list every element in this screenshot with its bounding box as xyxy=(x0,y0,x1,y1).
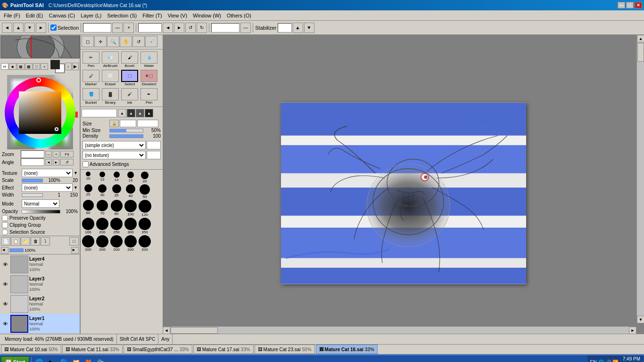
tab-mature-cat-16-active[interactable]: 🖼 Mature Cat 16.sai 33% xyxy=(316,345,378,354)
delete-layer-button[interactable]: 🗑 xyxy=(31,237,40,246)
dot-300[interactable]: 300 xyxy=(124,218,137,234)
ie-icon[interactable]: 🌐 xyxy=(33,356,45,362)
dot-14[interactable]: 14 xyxy=(110,172,123,183)
menu-layer[interactable]: Layer (L) xyxy=(78,12,104,19)
brush-normal-input[interactable]: Normal xyxy=(82,109,117,117)
ink-tool-btn[interactable]: 🖋 xyxy=(121,88,138,100)
color-square-inner[interactable] xyxy=(19,91,61,134)
tab-mature-cat-23[interactable]: 🖼 Mature Cat 23.sai 50% xyxy=(255,345,315,354)
marker-tool-btn[interactable]: 🖊 xyxy=(83,70,99,82)
menu-canvas[interactable]: Canvas (C) xyxy=(46,12,78,19)
layer-eye-2[interactable]: 👁 xyxy=(1,300,9,308)
dot-160[interactable]: 160 xyxy=(82,218,95,234)
rotation-right-button[interactable]: ► xyxy=(174,23,184,33)
menu-filter[interactable]: Filter (T) xyxy=(140,12,165,19)
size-value-input[interactable]: 500.0 xyxy=(137,120,158,127)
stabilizer-up-button[interactable]: ▲ xyxy=(293,23,303,33)
dot-extra3[interactable]: 200 xyxy=(110,235,123,252)
chrome-icon[interactable]: 🔵 xyxy=(58,356,69,362)
water-tool-btn[interactable]: 💧 xyxy=(140,51,157,64)
zoom-value-input[interactable]: 33.3% xyxy=(21,150,44,158)
nav-down-button[interactable]: ▼ xyxy=(25,23,35,33)
zoom-tool[interactable]: 🔍 xyxy=(107,36,119,47)
min-size-bar[interactable] xyxy=(109,129,143,132)
layer-scroll-right[interactable]: ► xyxy=(71,247,79,254)
nav-up-button[interactable]: ▲ xyxy=(13,23,24,33)
menu-edit[interactable]: Edit (E) xyxy=(23,12,46,19)
color-tab-h[interactable]: H xyxy=(1,63,8,70)
color-wheel-ring[interactable] xyxy=(5,77,75,148)
selection-checkbox[interactable] xyxy=(50,25,57,31)
tab-mature-cat-10[interactable]: 🖼 Mature Cat 10.sai 50% xyxy=(1,345,61,354)
layer-item-2[interactable]: 👁 Layer2 Normal 100% xyxy=(0,294,80,314)
dot-350[interactable]: 350 xyxy=(138,218,151,234)
pressure-btn-2[interactable]: ▲ xyxy=(127,109,135,117)
brush-tool-btn[interactable]: 🖌 xyxy=(121,51,138,64)
eraser-tool-btn[interactable]: ⬜ xyxy=(102,70,119,82)
angle-reset-btn[interactable]: ↺ xyxy=(60,159,74,165)
dot-200[interactable]: 200 xyxy=(96,218,109,234)
texture-brush-select[interactable]: (no texture) xyxy=(83,151,146,159)
stabilizer-input[interactable]: 3 xyxy=(278,23,292,33)
airbrush-tool-btn[interactable]: 💨 xyxy=(102,51,119,64)
stabilizer-down-button[interactable]: ▼ xyxy=(304,23,314,33)
rotation-left-button[interactable]: ◄ xyxy=(163,23,173,33)
angle-dec-btn[interactable]: ◄ xyxy=(45,159,52,165)
advanced-settings-checkbox[interactable] xyxy=(83,161,89,167)
menu-window[interactable]: Window (W) xyxy=(190,12,224,19)
eyedrop-tool[interactable]: 💉 xyxy=(145,36,157,47)
layer-item-3[interactable]: 👁 Layer3 Normal 100% xyxy=(0,274,80,294)
fg-color-box[interactable] xyxy=(50,60,60,69)
folder-layer-button[interactable]: 📁 xyxy=(21,237,30,246)
scroll-v-track[interactable] xyxy=(637,42,644,316)
zoom-increase-button[interactable]: + xyxy=(124,23,134,33)
zoom-fit-btn[interactable]: Fit xyxy=(60,151,74,157)
select-tool-btn[interactable]: ⬚ xyxy=(121,70,138,82)
pen2-tool-btn[interactable]: ✒ xyxy=(140,88,157,100)
start-button[interactable]: 🪟 Start xyxy=(1,356,29,362)
binary-tool-btn[interactable]: ▓ xyxy=(102,88,119,100)
density-bar[interactable] xyxy=(109,134,143,138)
menu-file[interactable]: File (F) xyxy=(1,12,23,19)
layer-scroll-left[interactable]: ◄ xyxy=(1,247,8,254)
layer-eye-1[interactable]: 👁 xyxy=(1,320,9,328)
dot-10[interactable]: 10 xyxy=(82,172,95,183)
color-tab-s[interactable]: ■ xyxy=(9,63,17,70)
minimize-button[interactable]: — xyxy=(618,2,625,8)
shape-select[interactable]: (simple circle) xyxy=(83,141,146,149)
layer-options-button[interactable]: □ xyxy=(69,237,79,246)
scroll-down-button[interactable]: ▼ xyxy=(637,316,644,323)
zoom-decrease-button[interactable]: — xyxy=(112,23,123,33)
canvas-area[interactable]: ▲ ▼ ◄ ► xyxy=(163,35,644,334)
angle-value-input[interactable]: +000ß xyxy=(21,158,44,166)
dot-250[interactable]: 250 xyxy=(110,218,123,234)
dot-60[interactable]: 60 xyxy=(82,200,95,217)
scroll-up-button[interactable]: ▲ xyxy=(637,35,644,42)
tab-mature-cat-11[interactable]: 🖼 Mature Cat 11.sai 33% xyxy=(62,345,123,354)
app-icon-tb[interactable]: 🎭 xyxy=(95,356,106,362)
maximize-button[interactable]: □ xyxy=(626,2,634,8)
zoom-input[interactable]: 33.33% xyxy=(83,23,111,33)
angle-inc-btn[interactable]: ► xyxy=(53,159,59,165)
effect-select[interactable]: (none) xyxy=(22,183,73,192)
selection-source-radio[interactable] xyxy=(2,229,8,235)
layer-eye-4[interactable]: 👁 xyxy=(1,260,9,269)
menu-others[interactable]: Others (O) xyxy=(224,12,254,19)
pressure-btn-3[interactable]: ▲ xyxy=(136,109,144,117)
scroll-v-thumb[interactable] xyxy=(637,43,644,62)
color-wheel-container[interactable] xyxy=(2,75,78,148)
pressure-btn-4[interactable]: ▲ xyxy=(145,109,153,117)
title-bar-buttons[interactable]: — □ ✕ xyxy=(618,2,642,8)
close-button[interactable]: ✕ xyxy=(635,2,642,8)
dot-70[interactable]: 70 xyxy=(96,200,109,217)
scrollbar-horizontal[interactable]: ◄ ► xyxy=(163,326,636,334)
firefox-icon[interactable]: 🦊 xyxy=(83,356,94,362)
dot-16[interactable]: 16 xyxy=(124,172,137,183)
dot-extra4[interactable]: 200 xyxy=(124,235,137,252)
preserve-opacity-checkbox[interactable] xyxy=(2,215,8,221)
mode-input[interactable]: Normal xyxy=(211,23,239,33)
zoom-dec-btn[interactable]: — xyxy=(45,151,52,157)
layer-eye-3[interactable]: 👁 xyxy=(1,280,9,288)
dot-40[interactable]: 40 xyxy=(124,184,137,199)
scale-bar[interactable] xyxy=(22,179,43,182)
